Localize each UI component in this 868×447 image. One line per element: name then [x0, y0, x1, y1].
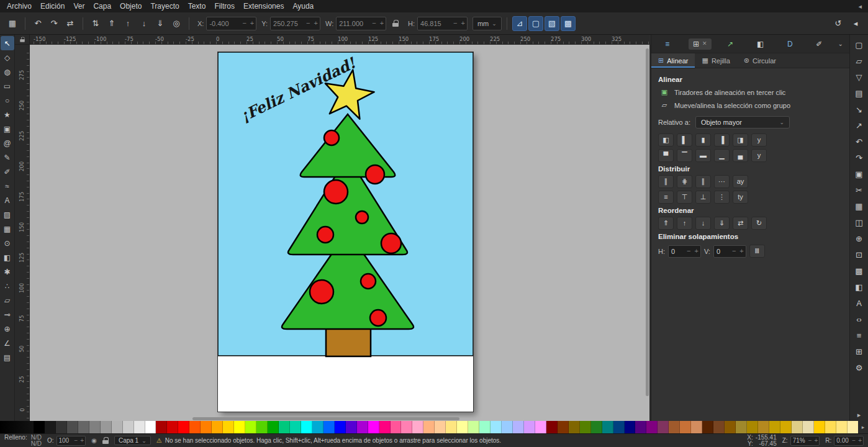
palette-swatch[interactable] — [836, 421, 848, 433]
tool-pages[interactable]: ▤ — [1, 350, 14, 364]
palette-swatch[interactable] — [301, 421, 312, 433]
distribute-centers-vertical-button[interactable]: ⊤ — [677, 191, 692, 204]
undo-button[interactable]: ↶ — [852, 134, 867, 149]
palette-swatch[interactable] — [468, 421, 479, 433]
palette-swatch[interactable] — [189, 421, 201, 433]
scrollbar-thumb[interactable] — [646, 48, 649, 396]
rotation-increment-button[interactable]: + — [857, 438, 863, 444]
zoom-decrement-button[interactable]: − — [807, 438, 813, 444]
tool-zoom[interactable]: ⊕ — [1, 322, 14, 336]
palette-swatch[interactable] — [123, 421, 134, 433]
new-document-button[interactable]: ▢ — [852, 37, 867, 52]
palette-swatch[interactable] — [524, 421, 535, 433]
export-button[interactable]: ↗ — [852, 118, 867, 133]
palette-swatch[interactable] — [691, 421, 702, 433]
tab-circular[interactable]: ⊛ Circular — [737, 53, 783, 68]
dialog-tab-close-icon[interactable]: ✕ — [702, 41, 707, 47]
layers-dialog-button[interactable]: ≡ — [852, 328, 867, 343]
layer-selector[interactable]: Capa 1 ⌄ — [114, 436, 151, 445]
opacity-decrement-button[interactable]: − — [73, 438, 79, 444]
align-top-to-anchor-bottom-button[interactable]: ▄ — [733, 149, 748, 162]
distribute-right-edges-button[interactable]: ∥ — [695, 175, 711, 188]
flip-horizontal-button[interactable]: ⇄ — [63, 16, 78, 31]
palette-swatch[interactable] — [435, 421, 446, 433]
tool-shape-builder[interactable]: ◍ — [1, 65, 14, 79]
document-properties-button[interactable]: ⊞ — [852, 344, 867, 359]
menu-edicion[interactable]: Edición — [36, 1, 69, 12]
center-vertical-axis-button[interactable]: ▮ — [695, 133, 711, 147]
palette-swatch[interactable] — [34, 421, 45, 433]
menu-capa[interactable]: Capa — [89, 1, 115, 12]
raise-button[interactable]: ↑ — [120, 16, 135, 31]
menu-extensiones[interactable]: Extensiones — [239, 1, 288, 12]
palette-swatch[interactable] — [780, 421, 792, 433]
redo-button[interactable]: ↷ — [852, 150, 867, 165]
tool-selector[interactable]: ↖ — [1, 36, 14, 50]
opacity-input[interactable] — [57, 437, 73, 444]
tool-dropper[interactable]: ⊙ — [1, 236, 14, 250]
overlap-v-increment-button[interactable]: + — [738, 248, 745, 255]
tool-node-editor[interactable]: ◇ — [1, 50, 14, 65]
palette-swatch[interactable] — [323, 421, 335, 433]
lock-ratio-button[interactable] — [388, 16, 403, 31]
toggle-scale-corners[interactable]: ▢ — [528, 16, 543, 31]
palette-swatch[interactable] — [502, 421, 513, 433]
palette-swatch[interactable] — [167, 421, 178, 433]
tool-tweak[interactable]: ✱ — [1, 264, 14, 279]
palette-swatch[interactable] — [368, 421, 379, 433]
height-input[interactable] — [418, 20, 451, 27]
ornament[interactable] — [310, 280, 333, 304]
text-dialog-button[interactable]: A — [852, 296, 867, 310]
palette-swatch[interactable] — [346, 421, 357, 433]
open-file-button[interactable]: ▱ — [852, 53, 867, 68]
overlap-v-input[interactable] — [714, 248, 730, 255]
align-bottom-to-anchor-top-button[interactable]: ▀ — [658, 149, 674, 162]
tool-text[interactable]: A — [1, 193, 14, 207]
opacity-increment-button[interactable]: + — [79, 438, 85, 444]
palette-swatch[interactable] — [613, 421, 625, 433]
rotation-center-button[interactable]: ◎ — [169, 16, 184, 31]
palette-swatch[interactable] — [423, 421, 435, 433]
palette-swatch[interactable] — [747, 421, 758, 433]
zoom-page-button[interactable]: ⊡ — [852, 247, 867, 262]
lower-button[interactable]: ↓ — [695, 217, 711, 230]
canvas-page[interactable]: ¡Feliz Navidad! — [218, 52, 473, 412]
align-text-anchors-horizontal-button[interactable]: y — [751, 133, 767, 147]
ornament[interactable] — [366, 165, 384, 184]
palette-scroll-right-button[interactable]: ▸ — [858, 421, 868, 433]
palette-swatch[interactable] — [848, 421, 859, 433]
distribute-text-anchors-vertical-button[interactable]: ty — [733, 191, 748, 204]
palette-swatch[interactable] — [513, 421, 524, 433]
flip-vertical-button[interactable]: ⇅ — [88, 16, 103, 31]
palette-swatch[interactable] — [89, 421, 101, 433]
x-decrement-button[interactable]: − — [240, 20, 248, 27]
palette-swatch[interactable] — [67, 421, 78, 433]
palette-swatch[interactable] — [491, 421, 502, 433]
tree-trunk[interactable] — [326, 325, 371, 356]
ornament[interactable] — [324, 180, 348, 204]
menu-ver[interactable]: Ver — [69, 1, 89, 12]
palette-swatch[interactable] — [602, 421, 613, 433]
tool-spiral[interactable]: @ — [1, 136, 14, 150]
raise-button[interactable]: ↑ — [677, 217, 692, 230]
selectors-dialog-tab[interactable]: ✐ — [811, 38, 830, 50]
select-all-button[interactable]: ▦ — [5, 16, 20, 31]
palette-swatch[interactable] — [279, 421, 290, 433]
tool-3d-box[interactable]: ▣ — [1, 122, 14, 136]
menu-trayecto[interactable]: Trayecto — [146, 1, 183, 12]
group-button[interactable]: ▩ — [852, 263, 867, 278]
palette-swatch[interactable] — [702, 421, 713, 433]
tool-eraser[interactable]: ▱ — [1, 293, 14, 307]
palette-swatch[interactable] — [290, 421, 301, 433]
option-move-as-group[interactable]: ▱ Mueve/alinea la selección como grupo — [658, 99, 843, 112]
x-input[interactable] — [207, 20, 240, 27]
import-button[interactable]: ↘ — [852, 102, 867, 117]
tool-pen[interactable]: ✐ — [1, 165, 14, 179]
palette-swatch[interactable] — [178, 421, 189, 433]
toggle-scale-stroke[interactable]: ⊿ — [512, 16, 527, 31]
guides-lock-toggle[interactable] — [15, 35, 30, 45]
palette-swatch[interactable] — [112, 421, 123, 433]
lower-to-bottom-button[interactable]: ⇓ — [714, 217, 730, 230]
menu-objeto[interactable]: Objeto — [115, 1, 146, 12]
overlap-h-input[interactable] — [669, 248, 685, 255]
